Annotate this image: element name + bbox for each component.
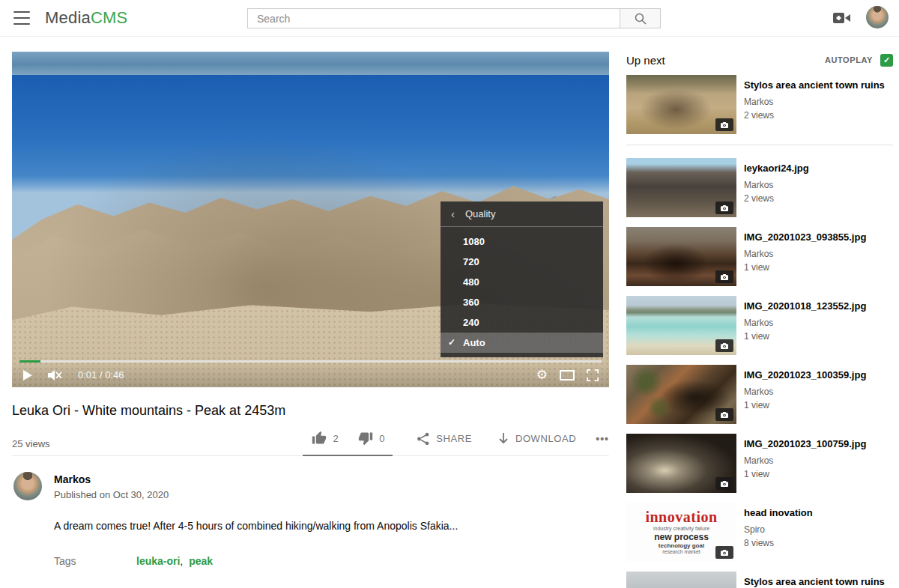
video-author: Markos <box>744 318 866 328</box>
user-avatar[interactable] <box>866 6 889 28</box>
video-thumbnail[interactable] <box>626 434 736 493</box>
author-section: Markos Published on Oct 30, 2020 A dream… <box>12 472 609 588</box>
download-button[interactable]: DOWNLOAD <box>497 432 576 455</box>
video-title[interactable]: IMG_20201023_093855.jpg <box>744 231 866 243</box>
search-button[interactable] <box>620 8 661 28</box>
download-label: DOWNLOAD <box>515 433 576 444</box>
video-thumbnail[interactable] <box>626 296 736 355</box>
video-title[interactable]: head inovation <box>744 507 813 519</box>
camera-icon <box>720 342 729 349</box>
word-cloud-text: research market <box>662 549 700 555</box>
like-count: 2 <box>333 433 339 444</box>
fullscreen-button[interactable] <box>587 369 599 381</box>
search-input[interactable] <box>247 8 620 28</box>
video-title[interactable]: leykaori24.jpg <box>744 163 809 175</box>
video-title[interactable]: Stylos area ancient town ruins <box>744 576 885 588</box>
camera-badge <box>715 270 733 283</box>
list-item[interactable]: IMG_20201023_100359.jpg Markos 1 view <box>626 365 893 424</box>
logo-text-media: Media <box>45 8 91 27</box>
time-display: 0:01 / 0:46 <box>78 369 124 381</box>
list-item[interactable]: IMG_20201023_093855.jpg Markos 1 view <box>626 227 893 286</box>
video-title[interactable]: IMG_20201018_123552.jpg <box>744 300 866 312</box>
quality-option-1080[interactable]: 1080 <box>441 231 603 252</box>
thumbs-up-icon <box>312 431 327 446</box>
camera-icon <box>720 549 729 556</box>
video-thumbnail[interactable] <box>626 365 736 424</box>
app-logo[interactable]: MediaCMS <box>45 8 127 28</box>
mute-button[interactable] <box>46 369 63 382</box>
author-name[interactable]: Markos <box>54 473 609 485</box>
more-options-button[interactable]: ••• <box>596 433 609 454</box>
author-avatar[interactable] <box>13 472 42 500</box>
camera-icon <box>720 273 729 280</box>
up-next-title: Up next <box>626 54 665 67</box>
like-button[interactable]: 2 <box>312 431 339 446</box>
menu-icon[interactable] <box>13 11 30 25</box>
quality-option-720[interactable]: 720 <box>441 252 603 272</box>
list-item[interactable]: IMG_20201018_123552.jpg Markos 1 view <box>626 296 893 355</box>
check-icon: ✓ <box>448 337 455 348</box>
ellipsis-icon: ••• <box>596 433 609 445</box>
camera-icon <box>720 411 729 418</box>
video-title[interactable]: IMG_20201023_100759.jpg <box>744 438 866 450</box>
camera-icon <box>720 480 729 487</box>
quality-option-360[interactable]: 360 <box>441 292 603 312</box>
divider <box>626 145 893 145</box>
video-title[interactable]: IMG_20201023_100359.jpg <box>744 369 866 381</box>
view-count: 25 views <box>12 438 50 455</box>
tag-link-peak[interactable]: peak <box>189 555 213 567</box>
video-thumbnail[interactable] <box>626 75 736 134</box>
quality-menu-back[interactable]: ‹ Quality <box>441 201 603 227</box>
video-thumbnail[interactable]: innovation industry creativity failure n… <box>626 503 736 562</box>
video-views: 1 view <box>744 469 866 479</box>
video-views: 2 views <box>744 193 809 204</box>
meta-row: 25 views 2 0 <box>12 431 609 455</box>
video-author: Markos <box>744 180 809 190</box>
quality-menu-title: Quality <box>465 208 495 219</box>
list-item[interactable]: Stylos area ancient town ruins Markos 2 … <box>626 572 893 588</box>
list-item[interactable]: leykaori24.jpg Markos 2 views <box>626 158 893 217</box>
share-button[interactable]: SHARE <box>417 432 472 455</box>
video-player[interactable]: ‹ Quality 1080 720 480 360 240 ✓ Auto <box>12 52 609 387</box>
quality-option-480[interactable]: 480 <box>441 272 603 292</box>
tag-separator: , <box>180 555 183 567</box>
camera-badge <box>715 477 733 490</box>
search-icon <box>634 12 647 25</box>
video-views: 1 view <box>744 262 866 273</box>
video-views: 8 views <box>744 538 813 548</box>
word-cloud-text: innovation <box>645 509 717 526</box>
logo-text-cms: CMS <box>91 8 128 27</box>
play-button[interactable] <box>22 369 33 381</box>
app-header: MediaCMS <box>0 0 899 37</box>
page-title: Leuka Ori - White mountains - Peak at 24… <box>12 403 609 419</box>
word-cloud-text: new process <box>654 533 709 543</box>
quality-option-auto[interactable]: ✓ Auto <box>441 333 603 353</box>
dislike-count: 0 <box>379 433 385 444</box>
list-item[interactable]: Stylos area ancient town ruins Markos 2 … <box>626 75 893 134</box>
settings-button[interactable]: ⚙ <box>536 369 548 381</box>
list-item[interactable]: IMG_20201023_100759.jpg Markos 1 view <box>626 434 893 493</box>
video-thumbnail[interactable] <box>626 227 736 286</box>
video-author: Markos <box>744 97 885 107</box>
upload-media-button[interactable] <box>833 11 851 25</box>
quality-option-240[interactable]: 240 <box>441 312 603 333</box>
video-thumbnail[interactable] <box>626 572 736 588</box>
main-content: ‹ Quality 1080 720 480 360 240 ✓ Auto <box>12 52 609 588</box>
camera-icon <box>720 204 729 211</box>
camera-badge <box>715 118 733 131</box>
download-icon <box>497 432 509 446</box>
video-views: 1 view <box>744 400 866 410</box>
camera-badge <box>715 339 733 352</box>
thumbs-down-icon <box>358 431 373 446</box>
video-author: Markos <box>744 455 866 466</box>
share-label: SHARE <box>436 433 472 444</box>
list-item[interactable]: innovation industry creativity failure n… <box>626 503 893 562</box>
dislike-button[interactable]: 0 <box>358 431 385 446</box>
theater-mode-button[interactable] <box>560 370 575 381</box>
autoplay-checkbox[interactable]: ✓ <box>880 54 893 67</box>
tag-link-leuka-ori[interactable]: leuka-ori <box>136 555 180 567</box>
video-author: Markos <box>744 387 866 397</box>
video-title[interactable]: Stylos area ancient town ruins <box>744 79 885 91</box>
share-icon <box>417 432 430 446</box>
video-thumbnail[interactable] <box>626 158 736 217</box>
